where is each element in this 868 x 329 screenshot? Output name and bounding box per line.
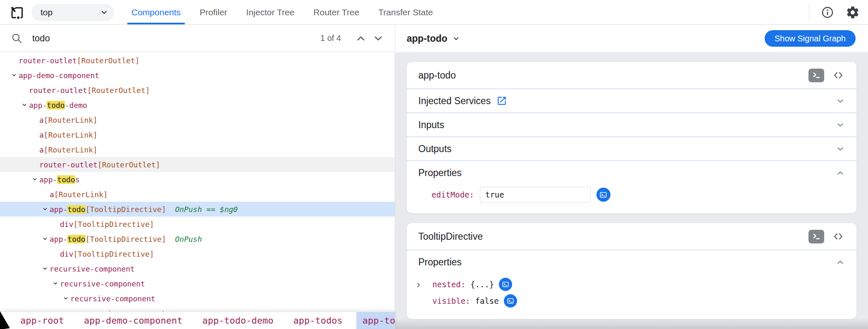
chevron-down-icon[interactable] [835, 143, 846, 154]
property-row-nested[interactable]: › nested: {...} [417, 276, 845, 293]
breadcrumb: app-rootapp-demo-componentapp-todo-demoa… [0, 312, 395, 329]
tree-node[interactable]: app-todos [0, 172, 395, 187]
tree-node[interactable]: app-todo[TooltipDirective] OnPush [0, 231, 395, 246]
tree-node[interactable]: div[TooltipDirective] [0, 217, 395, 231]
tree-node-text: router-outlet [39, 160, 98, 169]
section-inputs[interactable]: Inputs [407, 112, 856, 136]
breadcrumb-item[interactable]: app-todo [356, 312, 395, 329]
tab-router-tree[interactable]: Router Tree [309, 0, 363, 24]
tree-node[interactable]: app-demo-component [0, 68, 395, 83]
tree-node[interactable]: app-todo[TooltipDirective] OnPush == $ng… [0, 202, 395, 217]
tree-node-text: div [60, 220, 74, 229]
card-actions [808, 230, 845, 243]
tree-expand-chevron-icon[interactable] [43, 236, 50, 241]
log-property-to-console-button[interactable] [504, 294, 517, 308]
tree-expand-chevron-icon[interactable] [32, 177, 39, 182]
expand-chevron-icon[interactable]: › [417, 279, 432, 290]
card-title: TooltipDirective [418, 231, 483, 242]
tree-node[interactable]: a[RouterLink] [0, 127, 395, 142]
tree-node-text: [TooltipDirective] [74, 250, 154, 258]
chevron-up-icon[interactable] [835, 257, 846, 267]
section-properties[interactable]: Properties [407, 160, 856, 184]
section-outputs[interactable]: Outputs [407, 136, 856, 160]
tree-expand-chevron-icon[interactable] [63, 296, 70, 301]
tree-node-text: [RouterLink] [44, 145, 98, 154]
section-label: Injected Services [418, 95, 491, 107]
tree-node-text: a [50, 190, 54, 199]
section-label: Outputs [418, 143, 452, 155]
external-link-icon[interactable] [496, 95, 507, 106]
log-property-to-console-button[interactable] [499, 278, 512, 291]
card-header: TooltipDirective [407, 223, 856, 250]
next-match-button[interactable] [371, 31, 386, 46]
settings-button[interactable] [846, 5, 860, 19]
card-actions [808, 69, 845, 82]
tree-node[interactable]: app-todo-demo [0, 98, 395, 112]
section-properties[interactable]: Properties [407, 250, 856, 274]
tab-profiler[interactable]: Profiler [196, 0, 231, 24]
search-input[interactable] [31, 33, 320, 44]
property-row-visible[interactable]: visible: false [417, 293, 845, 309]
tree-node-text: [RouterLink] [54, 190, 108, 199]
view-source-button[interactable] [832, 230, 845, 243]
previous-match-button[interactable] [353, 31, 368, 46]
section-label: Inputs [418, 119, 444, 131]
info-button[interactable] [821, 6, 834, 19]
tree-node[interactable]: recursive-component [0, 291, 395, 306]
section-injected-services[interactable]: Injected Services [407, 88, 856, 112]
log-property-to-console-button[interactable] [596, 188, 610, 202]
view-source-button[interactable] [832, 69, 845, 81]
open-in-console-button[interactable] [808, 230, 824, 243]
property-name: visible: [432, 296, 470, 305]
property-name: nested: [432, 280, 465, 289]
tree-node[interactable]: router-outlet[RouterOutlet] [0, 157, 395, 172]
tree-node-text: [RouterOutlet] [77, 56, 140, 65]
tree-node[interactable]: a[RouterLink] [0, 112, 395, 127]
editMode-value-input[interactable] [480, 187, 591, 203]
inspect-element-picker-button[interactable] [7, 0, 27, 24]
tree-node-text: OnPush == $ng0 [166, 205, 238, 214]
tree-node[interactable]: router-outlet[RouterOutlet] [0, 83, 395, 98]
chevron-down-icon[interactable] [835, 95, 846, 106]
property-value: {...} [470, 280, 494, 289]
chevron-down-icon[interactable] [835, 119, 846, 130]
tree-node[interactable]: recursive-component [0, 276, 395, 291]
tree-node-text: div [60, 250, 74, 258]
tree-node-text: [RouterLink] [44, 116, 98, 124]
tree-expand-chevron-icon[interactable] [53, 281, 60, 286]
tree-node[interactable]: a[RouterLink] [0, 142, 395, 157]
tree-node-text: a [39, 145, 44, 154]
card-header: app-todo [407, 62, 856, 88]
selected-component-name[interactable]: app-todo [407, 33, 447, 44]
tree-node-text: [TooltipDirective] [86, 205, 166, 214]
tab-components[interactable]: Components [127, 0, 185, 24]
tree-expand-chevron-icon[interactable] [22, 103, 29, 107]
tree-node[interactable]: router-outlet[RouterOutlet] [0, 53, 395, 68]
show-signal-graph-button[interactable]: Show Signal Graph [765, 30, 856, 47]
tab-transfer-state[interactable]: Transfer State [374, 0, 437, 24]
component-dropdown-button[interactable] [452, 35, 460, 43]
tab-injector-tree[interactable]: Injector Tree [242, 0, 299, 24]
tree-node[interactable]: div[TooltipDirective] [0, 246, 395, 261]
main-split: 1 of 4 router-outlet[RouterOutlet]app-de… [0, 25, 868, 329]
property-inspector-panel: app-todo Show Signal Graph app-todo [395, 25, 868, 329]
tree-node[interactable]: recursive-component [0, 261, 395, 276]
breadcrumb-item[interactable]: app-todos [287, 312, 349, 329]
open-in-console-button[interactable] [808, 69, 824, 82]
tree-expand-chevron-icon[interactable] [43, 266, 50, 271]
tree-expand-chevron-icon[interactable] [12, 73, 19, 78]
chevron-down-icon [452, 35, 460, 43]
gear-icon [846, 5, 860, 19]
property-row-editMode: editMode: [407, 184, 856, 213]
chevron-up-icon[interactable] [835, 167, 846, 178]
property-value: false [475, 296, 499, 305]
breadcrumb-item[interactable]: app-demo-component [78, 312, 188, 329]
tree-expand-chevron-icon[interactable] [43, 207, 50, 212]
frame-selector-value: top [41, 7, 100, 17]
tree-node[interactable]: a[RouterLink] [0, 187, 395, 202]
terminal-icon [811, 71, 821, 80]
breadcrumb-item[interactable]: app-todo-demo [196, 312, 279, 329]
frame-selector-dropdown[interactable]: top [31, 4, 114, 21]
directive-card: TooltipDirective [407, 223, 856, 319]
breadcrumb-item[interactable]: app-root [14, 312, 70, 329]
